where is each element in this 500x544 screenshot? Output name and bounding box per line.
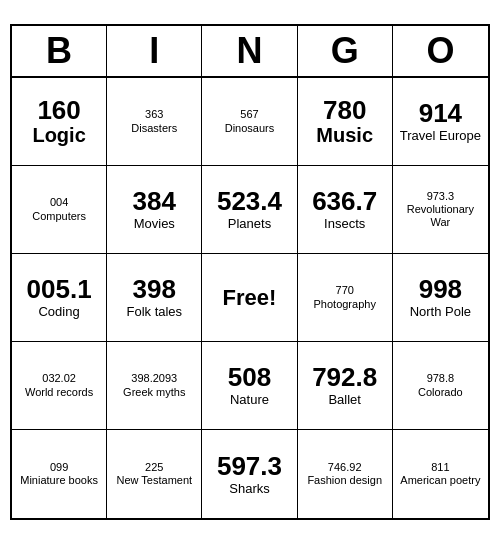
cell-label: North Pole [410, 304, 471, 320]
header-letter-g: G [298, 26, 393, 76]
bingo-cell-16: 398.2093Greek myths [107, 342, 202, 430]
cell-number: 998 [419, 275, 462, 304]
cell-number: 746.92 [328, 461, 362, 474]
cell-label: Coding [38, 304, 79, 320]
cell-label: Music [316, 124, 373, 147]
cell-number: 978.8 [427, 372, 455, 385]
bingo-cell-21: 225New Testament [107, 430, 202, 518]
cell-number: 398 [133, 275, 176, 304]
cell-label: Computers [32, 210, 86, 223]
bingo-cell-3: 780Music [298, 78, 393, 166]
cell-label: Revolutionary War [397, 203, 484, 229]
bingo-cell-9: 973.3Revolutionary War [393, 166, 488, 254]
bingo-cell-18: 792.8Ballet [298, 342, 393, 430]
free-space: Free! [223, 285, 277, 311]
bingo-cell-6: 384Movies [107, 166, 202, 254]
cell-label: New Testament [116, 474, 192, 487]
cell-label: World records [25, 386, 93, 399]
cell-label: Movies [134, 216, 175, 232]
cell-label: Sharks [229, 481, 269, 497]
bingo-cell-4: 914Travel Europe [393, 78, 488, 166]
bingo-cell-19: 978.8Colorado [393, 342, 488, 430]
bingo-cell-17: 508Nature [202, 342, 297, 430]
cell-number: 597.3 [217, 452, 282, 481]
cell-label: Colorado [418, 386, 463, 399]
bingo-cell-8: 636.7Insects [298, 166, 393, 254]
cell-number: 770 [336, 284, 354, 297]
cell-label: Ballet [328, 392, 361, 408]
header-letter-n: N [202, 26, 297, 76]
bingo-cell-1: 363Disasters [107, 78, 202, 166]
bingo-header: BINGO [12, 26, 488, 78]
cell-number: 780 [323, 96, 366, 125]
cell-number: 914 [419, 99, 462, 128]
cell-number: 973.3 [427, 190, 455, 203]
cell-number: 032.02 [42, 372, 76, 385]
bingo-cell-22: 597.3Sharks [202, 430, 297, 518]
cell-label: Miniature books [20, 474, 98, 487]
bingo-card: BINGO 160Logic363Disasters567Dinosaurs78… [10, 24, 490, 520]
cell-label: Photography [314, 298, 376, 311]
cell-label: Folk tales [126, 304, 182, 320]
cell-number: 792.8 [312, 363, 377, 392]
bingo-cell-7: 523.4Planets [202, 166, 297, 254]
cell-label: Dinosaurs [225, 122, 275, 135]
bingo-cell-15: 032.02World records [12, 342, 107, 430]
cell-number: 811 [431, 461, 449, 474]
bingo-cell-13: 770Photography [298, 254, 393, 342]
header-letter-b: B [12, 26, 107, 76]
bingo-cell-14: 998North Pole [393, 254, 488, 342]
cell-label: American poetry [400, 474, 480, 487]
bingo-cell-11: 398Folk tales [107, 254, 202, 342]
bingo-cell-10: 005.1Coding [12, 254, 107, 342]
bingo-grid: 160Logic363Disasters567Dinosaurs780Music… [12, 78, 488, 518]
cell-number: 636.7 [312, 187, 377, 216]
header-letter-o: O [393, 26, 488, 76]
bingo-cell-0: 160Logic [12, 78, 107, 166]
bingo-cell-2: 567Dinosaurs [202, 78, 297, 166]
cell-label: Logic [32, 124, 85, 147]
cell-label: Travel Europe [400, 128, 481, 144]
cell-label: Disasters [131, 122, 177, 135]
cell-label: Planets [228, 216, 271, 232]
cell-number: 508 [228, 363, 271, 392]
cell-number: 363 [145, 108, 163, 121]
cell-number: 384 [133, 187, 176, 216]
cell-label: Nature [230, 392, 269, 408]
bingo-cell-12: Free! [202, 254, 297, 342]
cell-number: 225 [145, 461, 163, 474]
header-letter-i: I [107, 26, 202, 76]
cell-label: Fashion design [307, 474, 382, 487]
cell-number: 099 [50, 461, 68, 474]
bingo-cell-20: 099Miniature books [12, 430, 107, 518]
cell-label: Insects [324, 216, 365, 232]
cell-number: 567 [240, 108, 258, 121]
cell-number: 160 [37, 96, 80, 125]
bingo-cell-23: 746.92Fashion design [298, 430, 393, 518]
cell-number: 523.4 [217, 187, 282, 216]
cell-label: Greek myths [123, 386, 185, 399]
cell-number: 005.1 [27, 275, 92, 304]
cell-number: 004 [50, 196, 68, 209]
cell-number: 398.2093 [131, 372, 177, 385]
bingo-cell-24: 811American poetry [393, 430, 488, 518]
bingo-cell-5: 004Computers [12, 166, 107, 254]
